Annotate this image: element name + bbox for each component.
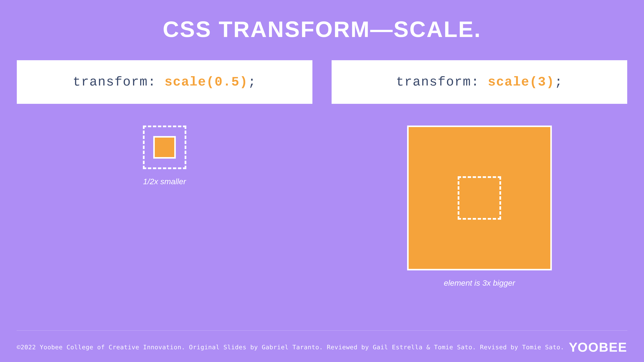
col-right: transform: scale(3); element is 3x bigge… [332,60,627,288]
demo-left: 1/2x smaller [143,125,186,186]
scaled-box-right [407,125,552,270]
footer-row: ©2022 Yoobee College of Creative Innovat… [17,340,627,355]
scaled-box-left [153,136,176,158]
caption-left: 1/2x smaller [143,177,186,186]
footer: ©2022 Yoobee College of Creative Innovat… [17,331,627,355]
slide: CSS TRANSFORM—SCALE. transform: scale(0.… [0,0,644,362]
code-box-left: transform: scale(0.5); [17,60,312,104]
credits-text: ©2022 Yoobee College of Creative Innovat… [17,344,564,351]
code-prop-right: transform [396,75,471,89]
code-val-right: scale(3) [488,75,554,89]
caption-right: element is 3x bigger [444,278,515,288]
code-box-right: transform: scale(3); [332,60,627,104]
original-box-outline-left [143,125,186,169]
code-val-left: scale(0.5) [164,75,248,89]
slide-title: CSS TRANSFORM—SCALE. [17,16,627,42]
col-left: transform: scale(0.5); 1/2x smaller [17,60,312,186]
code-prop-left: transform [73,75,148,89]
original-box-outline-right [458,176,501,220]
columns: transform: scale(0.5); 1/2x smaller tran… [17,60,627,288]
demo-right: element is 3x bigger [407,125,552,288]
yoobee-logo: YOOBEE [568,340,627,355]
